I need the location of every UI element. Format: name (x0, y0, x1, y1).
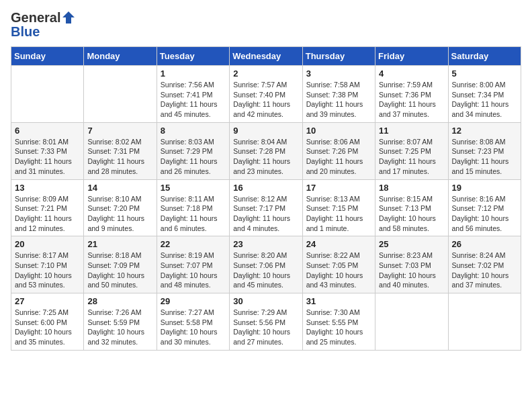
day-number: 18 (379, 183, 444, 193)
cell-content: Sunrise: 8:02 AM Sunset: 7:31 PM Dayligh… (87, 137, 152, 177)
weekday-header-row: SundayMondayTuesdayWednesdayThursdayFrid… (11, 47, 521, 66)
day-number: 8 (161, 126, 226, 136)
calendar-week-row: 6Sunrise: 8:01 AM Sunset: 7:33 PM Daylig… (11, 122, 521, 179)
calendar-cell: 14Sunrise: 8:10 AM Sunset: 7:20 PM Dayli… (84, 179, 157, 236)
day-number: 24 (306, 239, 371, 249)
day-number: 1 (161, 68, 226, 79)
cell-content: Sunrise: 8:01 AM Sunset: 7:33 PM Dayligh… (15, 137, 80, 177)
cell-content: Sunrise: 8:17 AM Sunset: 7:10 PM Dayligh… (15, 250, 80, 290)
calendar-cell: 23Sunrise: 8:20 AM Sunset: 7:06 PM Dayli… (230, 236, 302, 293)
cell-content: Sunrise: 8:16 AM Sunset: 7:12 PM Dayligh… (452, 194, 517, 234)
calendar-cell: 13Sunrise: 8:09 AM Sunset: 7:21 PM Dayli… (11, 179, 84, 236)
calendar-table: SundayMondayTuesdayWednesdayThursdayFrid… (11, 46, 521, 351)
cell-content: Sunrise: 7:25 AM Sunset: 6:00 PM Dayligh… (15, 308, 80, 347)
logo: General Blue (11, 11, 75, 40)
cell-content: Sunrise: 8:08 AM Sunset: 7:23 PM Dayligh… (452, 137, 517, 177)
weekday-header: Sunday (11, 47, 84, 66)
day-number: 13 (15, 183, 80, 193)
day-number: 25 (379, 239, 444, 249)
calendar-cell: 29Sunrise: 7:27 AM Sunset: 5:58 PM Dayli… (157, 293, 229, 351)
cell-content: Sunrise: 8:19 AM Sunset: 7:07 PM Dayligh… (161, 250, 226, 290)
day-number: 11 (379, 126, 444, 136)
calendar-cell: 17Sunrise: 8:13 AM Sunset: 7:15 PM Dayli… (302, 179, 375, 236)
cell-content: Sunrise: 8:15 AM Sunset: 7:13 PM Dayligh… (379, 194, 444, 234)
calendar-cell: 3Sunrise: 7:58 AM Sunset: 7:38 PM Daylig… (302, 66, 375, 123)
day-number: 3 (306, 68, 371, 79)
day-number: 28 (87, 296, 152, 306)
calendar-cell: 22Sunrise: 8:19 AM Sunset: 7:07 PM Dayli… (157, 236, 229, 293)
day-number: 16 (233, 183, 298, 193)
weekday-header: Tuesday (157, 47, 229, 66)
calendar-cell: 19Sunrise: 8:16 AM Sunset: 7:12 PM Dayli… (448, 179, 521, 236)
logo-blue-text: Blue (11, 24, 40, 39)
cell-content: Sunrise: 8:24 AM Sunset: 7:02 PM Dayligh… (452, 250, 517, 290)
day-number: 29 (161, 296, 226, 306)
day-number: 22 (161, 239, 226, 249)
day-number: 26 (452, 239, 517, 249)
calendar-cell: 15Sunrise: 8:11 AM Sunset: 7:18 PM Dayli… (157, 179, 229, 236)
day-number: 23 (233, 239, 298, 249)
weekday-header: Friday (375, 47, 448, 66)
cell-content: Sunrise: 8:18 AM Sunset: 7:09 PM Dayligh… (87, 250, 152, 290)
calendar-week-row: 27Sunrise: 7:25 AM Sunset: 6:00 PM Dayli… (11, 293, 521, 351)
calendar-cell: 7Sunrise: 8:02 AM Sunset: 7:31 PM Daylig… (84, 122, 157, 179)
calendar-cell: 8Sunrise: 8:03 AM Sunset: 7:29 PM Daylig… (157, 122, 229, 179)
day-number: 30 (233, 296, 298, 306)
svg-marker-0 (62, 11, 75, 24)
calendar-cell: 24Sunrise: 8:22 AM Sunset: 7:05 PM Dayli… (302, 236, 375, 293)
cell-content: Sunrise: 8:11 AM Sunset: 7:18 PM Dayligh… (161, 194, 226, 234)
weekday-header: Monday (84, 47, 157, 66)
calendar-cell: 30Sunrise: 7:29 AM Sunset: 5:56 PM Dayli… (230, 293, 302, 351)
cell-content: Sunrise: 7:26 AM Sunset: 5:59 PM Dayligh… (87, 308, 152, 347)
day-number: 5 (452, 68, 517, 79)
calendar-cell: 28Sunrise: 7:26 AM Sunset: 5:59 PM Dayli… (84, 293, 157, 351)
day-number: 9 (233, 126, 298, 136)
day-number: 7 (87, 126, 152, 136)
day-number: 15 (161, 183, 226, 193)
calendar-cell: 27Sunrise: 7:25 AM Sunset: 6:00 PM Dayli… (11, 293, 84, 351)
day-number: 20 (15, 239, 80, 249)
day-number: 4 (379, 68, 444, 79)
calendar-week-row: 20Sunrise: 8:17 AM Sunset: 7:10 PM Dayli… (11, 236, 521, 293)
cell-content: Sunrise: 7:27 AM Sunset: 5:58 PM Dayligh… (161, 308, 226, 347)
cell-content: Sunrise: 8:09 AM Sunset: 7:21 PM Dayligh… (15, 194, 80, 234)
calendar-cell (448, 293, 521, 351)
cell-content: Sunrise: 7:29 AM Sunset: 5:56 PM Dayligh… (233, 308, 298, 347)
calendar-cell: 20Sunrise: 8:17 AM Sunset: 7:10 PM Dayli… (11, 236, 84, 293)
calendar-cell: 18Sunrise: 8:15 AM Sunset: 7:13 PM Dayli… (375, 179, 448, 236)
calendar-cell: 4Sunrise: 7:59 AM Sunset: 7:36 PM Daylig… (375, 66, 448, 123)
weekday-header: Wednesday (230, 47, 302, 66)
day-number: 31 (306, 296, 371, 306)
calendar-cell: 11Sunrise: 8:07 AM Sunset: 7:25 PM Dayli… (375, 122, 448, 179)
calendar-week-row: 13Sunrise: 8:09 AM Sunset: 7:21 PM Dayli… (11, 179, 521, 236)
weekday-header: Thursday (302, 47, 375, 66)
cell-content: Sunrise: 8:12 AM Sunset: 7:17 PM Dayligh… (233, 194, 298, 234)
day-number: 12 (452, 126, 517, 136)
cell-content: Sunrise: 8:07 AM Sunset: 7:25 PM Dayligh… (379, 137, 444, 177)
cell-content: Sunrise: 7:30 AM Sunset: 5:55 PM Dayligh… (306, 308, 371, 347)
page-header: General Blue (11, 11, 521, 40)
calendar-cell: 6Sunrise: 8:01 AM Sunset: 7:33 PM Daylig… (11, 122, 84, 179)
weekday-header: Saturday (448, 47, 521, 66)
calendar-cell (11, 66, 84, 123)
calendar-cell: 25Sunrise: 8:23 AM Sunset: 7:03 PM Dayli… (375, 236, 448, 293)
day-number: 27 (15, 296, 80, 306)
day-number: 10 (306, 126, 371, 136)
calendar-cell: 12Sunrise: 8:08 AM Sunset: 7:23 PM Dayli… (448, 122, 521, 179)
day-number: 2 (233, 68, 298, 79)
cell-content: Sunrise: 8:10 AM Sunset: 7:20 PM Dayligh… (87, 194, 152, 234)
calendar-cell: 10Sunrise: 8:06 AM Sunset: 7:26 PM Dayli… (302, 122, 375, 179)
day-number: 21 (87, 239, 152, 249)
cell-content: Sunrise: 8:13 AM Sunset: 7:15 PM Dayligh… (306, 194, 371, 234)
cell-content: Sunrise: 8:03 AM Sunset: 7:29 PM Dayligh… (161, 137, 226, 177)
logo-arrow-icon (62, 11, 75, 24)
cell-content: Sunrise: 7:58 AM Sunset: 7:38 PM Dayligh… (306, 80, 371, 120)
calendar-cell: 16Sunrise: 8:12 AM Sunset: 7:17 PM Dayli… (230, 179, 302, 236)
cell-content: Sunrise: 8:23 AM Sunset: 7:03 PM Dayligh… (379, 250, 444, 290)
cell-content: Sunrise: 8:20 AM Sunset: 7:06 PM Dayligh… (233, 250, 298, 290)
cell-content: Sunrise: 8:00 AM Sunset: 7:34 PM Dayligh… (452, 80, 517, 120)
cell-content: Sunrise: 7:59 AM Sunset: 7:36 PM Dayligh… (379, 80, 444, 120)
calendar-cell: 31Sunrise: 7:30 AM Sunset: 5:55 PM Dayli… (302, 293, 375, 351)
cell-content: Sunrise: 8:06 AM Sunset: 7:26 PM Dayligh… (306, 137, 371, 177)
day-number: 19 (452, 183, 517, 193)
